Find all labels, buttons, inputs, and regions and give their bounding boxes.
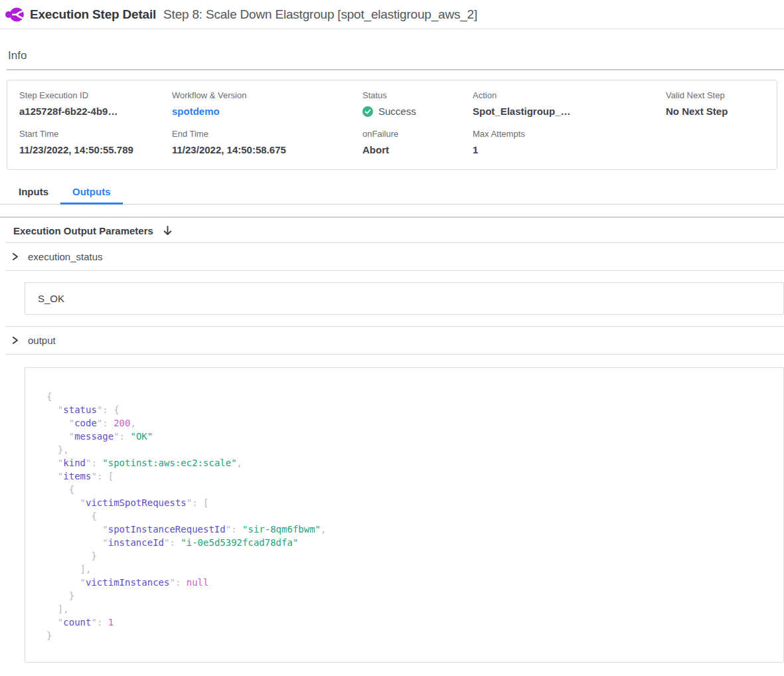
page-title: Execution Step Detail: [30, 7, 156, 22]
status-text: Success: [378, 105, 416, 118]
param-row-output[interactable]: output: [0, 327, 784, 354]
page-header: Execution Step Detail Step 8: Scale Down…: [0, 0, 784, 29]
code-line: ],: [46, 602, 770, 616]
code-line: }: [46, 629, 770, 642]
field-value: No Next Step: [666, 105, 769, 118]
info-card: Step Execution IDa125728f-6b22-4b9…Workf…: [7, 80, 777, 170]
app-logo-icon: [5, 5, 24, 24]
field-label: onFailure: [362, 129, 473, 139]
field-value: Abort: [362, 143, 473, 156]
field-label: Max Attempts: [473, 129, 666, 139]
code-line: "status": {: [46, 403, 770, 416]
field-label: Start Time: [19, 129, 172, 139]
code-line: "items": [: [46, 469, 770, 483]
field-label: Workflow & Version: [172, 90, 362, 101]
param-name: output: [28, 335, 56, 346]
page-subtitle: Step 8: Scale Down Elastgroup [spot_elas…: [163, 7, 477, 22]
code-line: "victimInstances": null: [46, 576, 770, 589]
execution-status-value-box: S_OK: [25, 282, 784, 315]
divider: [5, 354, 784, 355]
tab-bar: InputsOutputs: [0, 183, 784, 205]
field-label: Status: [362, 90, 473, 101]
code-line: "instanceId": "i-0e5d5392fcad78dfa": [46, 536, 770, 549]
info-section-header: Info: [7, 29, 784, 70]
code-line: "victimSpotRequests": [: [46, 496, 770, 509]
field-label: Action: [473, 90, 666, 101]
info-field-start-time: Start Time11/23/2022, 14:50:55.789: [19, 129, 172, 156]
code-line: "message": "OK": [46, 430, 770, 443]
code-line: "spotInstanceRequestId": "sir-8qm6fbwm",: [46, 523, 770, 536]
info-field-status: StatusSuccess: [362, 90, 473, 118]
field-label: Valid Next Step: [666, 90, 769, 101]
info-field-action: ActionSpot_Elastigroup_…: [473, 90, 666, 118]
code-line: "count": 1: [46, 616, 770, 629]
output-parameters-header: Execution Output Parameters: [0, 218, 784, 242]
code-line: "code": 200,: [46, 416, 770, 430]
collapse-all-arrow-icon[interactable]: [163, 225, 173, 236]
chevron-right-icon: [11, 252, 19, 261]
info-field-valid-next-step: Valid Next StepNo Next Step: [666, 90, 769, 118]
field-value: Success: [362, 105, 473, 118]
field-value: 1: [473, 143, 666, 156]
info-section-title: Info: [8, 49, 784, 62]
code-line: {: [46, 483, 770, 496]
info-field-onfailure: onFailureAbort: [362, 129, 473, 156]
tab-outputs[interactable]: Outputs: [60, 183, 123, 204]
field-value: 11/23/2022, 14:50:55.789: [19, 143, 172, 156]
code-line: "kind": "spotinst:aws:ec2:scale",: [46, 456, 770, 469]
success-check-icon: [362, 106, 373, 117]
output-json-code-box: { "status": { "code": 200, "message": "O…: [25, 367, 784, 663]
field-value: a125728f-6b22-4b9…: [19, 105, 172, 118]
field-label: End Time: [172, 129, 362, 139]
code-line: {: [46, 509, 770, 523]
chevron-right-icon: [11, 336, 19, 345]
field-value: Spot_Elastigroup_…: [473, 105, 666, 118]
code-line: }: [46, 549, 770, 562]
info-field-end-time: End Time11/23/2022, 14:50:58.675: [172, 129, 362, 156]
workflow-link[interactable]: spotdemo: [172, 105, 362, 118]
param-row-execution-status[interactable]: execution_status: [0, 243, 784, 270]
code-line: }: [46, 589, 770, 602]
field-value: 11/23/2022, 14:50:58.675: [172, 143, 362, 156]
output-parameters-title: Execution Output Parameters: [13, 225, 153, 236]
execution-step-detail-page: Execution Step Detail Step 8: Scale Down…: [0, 0, 784, 663]
divider: [5, 270, 784, 271]
info-field-workflow-version: Workflow & Versionspotdemo: [172, 90, 362, 118]
code-line: {: [46, 390, 770, 403]
tab-inputs[interactable]: Inputs: [7, 183, 60, 204]
execution-status-value: S_OK: [38, 293, 64, 304]
code-line: ],: [46, 562, 770, 576]
info-field-step-execution-id: Step Execution IDa125728f-6b22-4b9…: [19, 90, 172, 118]
field-label: Step Execution ID: [19, 90, 172, 101]
param-name: execution_status: [28, 251, 103, 262]
code-line: },: [46, 443, 770, 456]
info-field-max-attempts: Max Attempts1: [473, 129, 666, 156]
